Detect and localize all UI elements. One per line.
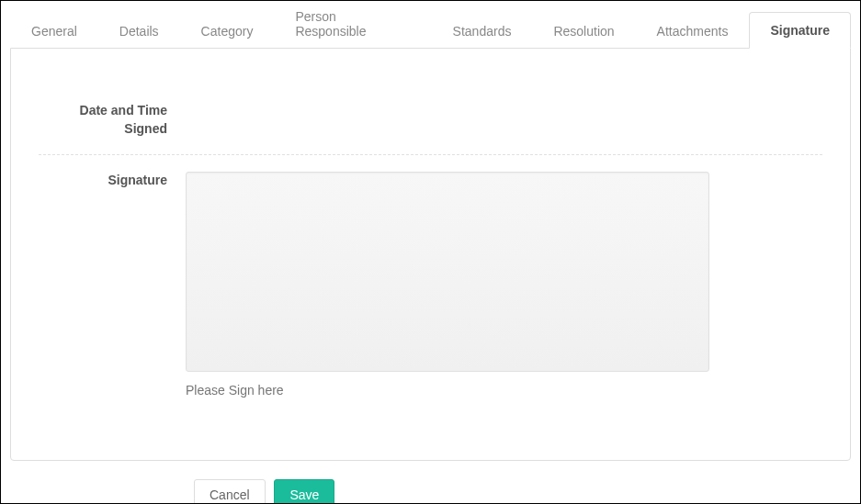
tab-resolution[interactable]: Resolution [532,13,635,49]
tab-standards[interactable]: Standards [432,13,533,49]
tab-details[interactable]: Details [98,13,180,49]
label-signature: Signature [39,172,186,190]
tab-content-signature: Date and Time Signed Signature Please Si… [10,48,851,461]
value-signature: Please Sign here [186,172,822,398]
save-button[interactable]: Save [274,479,334,504]
row-date-time-signed: Date and Time Signed [39,85,822,155]
tab-signature[interactable]: Signature [749,12,851,49]
tab-attachments[interactable]: Attachments [636,13,750,49]
tab-bar: General Details Category Person Responsi… [10,10,851,49]
tab-category[interactable]: Category [180,13,275,49]
tab-person-responsible[interactable]: Person Responsible [274,0,431,49]
signature-pad[interactable] [186,172,709,372]
signature-hint: Please Sign here [186,383,822,398]
tab-general[interactable]: General [10,13,98,49]
label-date-time-signed: Date and Time Signed [39,102,186,138]
row-signature: Signature Please Sign here [39,155,822,414]
button-row: Cancel Save [10,479,851,504]
cancel-button[interactable]: Cancel [194,479,266,504]
